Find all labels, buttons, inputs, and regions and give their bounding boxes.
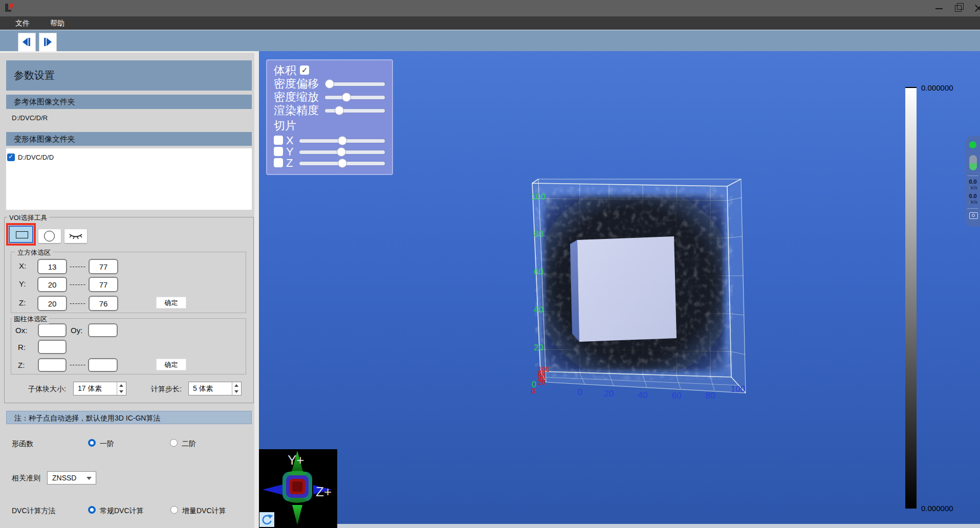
upload-speed-unit: K/s: [971, 185, 977, 190]
slice-y-slider[interactable]: [299, 147, 385, 157]
voi-hide-tool-button[interactable]: [64, 229, 87, 243]
range-dashes: ------: [70, 262, 86, 270]
seed-note-bar: 注：种子点自动选择，默认使用3D IC-GN算法: [6, 411, 252, 424]
voi-rect-tool-button[interactable]: [9, 226, 33, 243]
colorbar-max-label: 0.000000: [921, 83, 953, 92]
cube-y-to-input[interactable]: [89, 277, 118, 292]
dvc-incremental-label[interactable]: 增量DVC计算: [182, 507, 226, 516]
voi-group-label: VOI选择工具: [7, 213, 49, 223]
cube-x-to-input[interactable]: [89, 259, 118, 274]
cyl-r-input[interactable]: [38, 340, 67, 354]
subvolume-size-value: 17 体素: [78, 384, 102, 393]
parameter-panel: 参数设置 参考体图像文件夹 D:/DVC/D/R 变形体图像文件夹 D:/DVC…: [0, 51, 254, 528]
shape-second-order-label[interactable]: 二阶: [182, 439, 196, 449]
cyl-ox-input[interactable]: [38, 323, 67, 337]
application-window: 文件 帮助 参数设置 参考体图像文件夹 D:/DVC/D/R 变形体图像文件夹 …: [0, 0, 980, 528]
cube-z-label: Z:: [19, 298, 26, 307]
step-forward-button[interactable]: [39, 33, 57, 52]
cyl-z-from-input[interactable]: [38, 358, 67, 372]
cyl-r-label: R:: [18, 343, 26, 351]
shape-second-order-radio[interactable]: [170, 439, 178, 447]
download-speed-value: 0.0: [966, 193, 980, 199]
cyl-oy-input[interactable]: [88, 323, 118, 337]
viewport-bottom-strip: [259, 524, 980, 528]
subvolume-size-spinner[interactable]: 17 体素: [73, 382, 126, 395]
step-size-value: 5 体素: [193, 384, 213, 393]
render-precision-label: 渲染精度: [274, 104, 319, 117]
density-scale-slider[interactable]: [325, 92, 385, 102]
cyl-oy-label: Oy:: [71, 326, 82, 335]
criterion-value: ZNSSD: [52, 474, 76, 482]
step-size-spinner[interactable]: 5 体素: [188, 382, 242, 395]
chevron-down-icon: [86, 477, 92, 480]
cube-x-from-input[interactable]: [37, 259, 67, 274]
shape-first-order-label[interactable]: 一阶: [100, 439, 114, 449]
reference-folder-header: 参考体图像文件夹: [6, 95, 252, 109]
cube-z-to-input[interactable]: [89, 296, 118, 311]
voi-rect-tool-selected-frame: [6, 223, 36, 246]
circle-icon: [44, 231, 55, 241]
toggle-pill[interactable]: [969, 155, 977, 170]
shape-function-label: 形函数: [12, 439, 33, 449]
shape-first-order-radio[interactable]: [88, 439, 96, 447]
render-controls-panel: 体积 密度偏移 密度缩放 渲染精度 切片 X Y: [266, 59, 393, 175]
render-precision-slider[interactable]: [325, 105, 385, 116]
volume-label: 体积: [274, 64, 296, 77]
slice-x-checkbox[interactable]: [274, 136, 283, 145]
screenshot-camera-icon[interactable]: [969, 212, 978, 219]
step-back-button[interactable]: [18, 33, 36, 52]
voi-circle-tool-button[interactable]: [38, 229, 61, 243]
menu-help[interactable]: 帮助: [45, 16, 70, 30]
cube-y-from-input[interactable]: [37, 277, 67, 292]
dvc-incremental-radio[interactable]: [170, 506, 178, 514]
download-speed-unit: K/s: [971, 200, 977, 205]
step-back-icon: [21, 37, 32, 47]
criterion-label: 相关准则: [12, 474, 40, 483]
slice-z-label: Z: [286, 157, 293, 169]
cyl-ox-label: Ox:: [15, 326, 27, 335]
status-dot-icon: [969, 141, 976, 148]
reference-folder-path: D:/DVC/D/R: [12, 114, 48, 122]
deformed-item-label[interactable]: D:/DVC/D/D: [18, 153, 54, 161]
volume-checkbox[interactable]: [300, 65, 309, 75]
spinner-arrows-icon[interactable]: [117, 382, 126, 395]
colorbar-min-label: 0.000000: [921, 504, 953, 513]
app-logo-icon: [4, 3, 15, 13]
cyl-z-label: Z:: [18, 361, 25, 369]
deformed-item-checkbox[interactable]: [7, 153, 15, 161]
title-bar: [0, 0, 980, 16]
step-forward-icon: [42, 37, 53, 47]
dvc-regular-radio[interactable]: [88, 506, 96, 514]
step-size-label: 计算步长:: [151, 385, 182, 394]
cube-selection-label: 立方体选区: [15, 248, 53, 257]
net-speed-widget[interactable]: 0.0 ↑K/s 0.0 ↓K/s: [966, 136, 980, 227]
deformed-folder-header: 变形体图像文件夹: [6, 132, 252, 146]
density-offset-label: 密度偏移: [274, 78, 319, 90]
slice-section-label: 切片: [274, 120, 296, 132]
spinner-arrows-icon[interactable]: [232, 382, 241, 395]
cube-confirm-button[interactable]: 确定: [156, 297, 186, 309]
slice-x-slider[interactable]: [299, 136, 385, 146]
slice-z-checkbox[interactable]: [274, 158, 283, 167]
range-dashes: ------: [70, 361, 86, 368]
cylinder-confirm-button[interactable]: 确定: [156, 359, 186, 370]
dvc-regular-label[interactable]: 常规DVC计算: [100, 507, 144, 516]
slice-y-checkbox[interactable]: [274, 147, 283, 156]
cylinder-selection-label: 圆柱体选区: [12, 315, 49, 324]
menu-file[interactable]: 文件: [10, 16, 35, 30]
subvolume-size-label: 子体块大小:: [28, 385, 66, 394]
density-scale-label: 密度缩放: [274, 91, 319, 103]
cube-z-from-input[interactable]: [37, 296, 67, 311]
close-button[interactable]: [968, 0, 980, 16]
cyl-z-to-input[interactable]: [88, 358, 118, 372]
colorbar: [905, 87, 917, 509]
range-dashes: ------: [70, 299, 86, 307]
panel-title: 参数设置: [6, 60, 252, 91]
criterion-select[interactable]: ZNSSD: [47, 471, 96, 485]
toolbar: [0, 30, 980, 52]
upload-speed-value: 0.0: [966, 179, 980, 185]
menu-bar: 文件 帮助: [0, 16, 980, 30]
slice-z-slider[interactable]: [299, 158, 385, 168]
rect-icon: [16, 231, 28, 238]
density-offset-slider[interactable]: [325, 79, 385, 89]
